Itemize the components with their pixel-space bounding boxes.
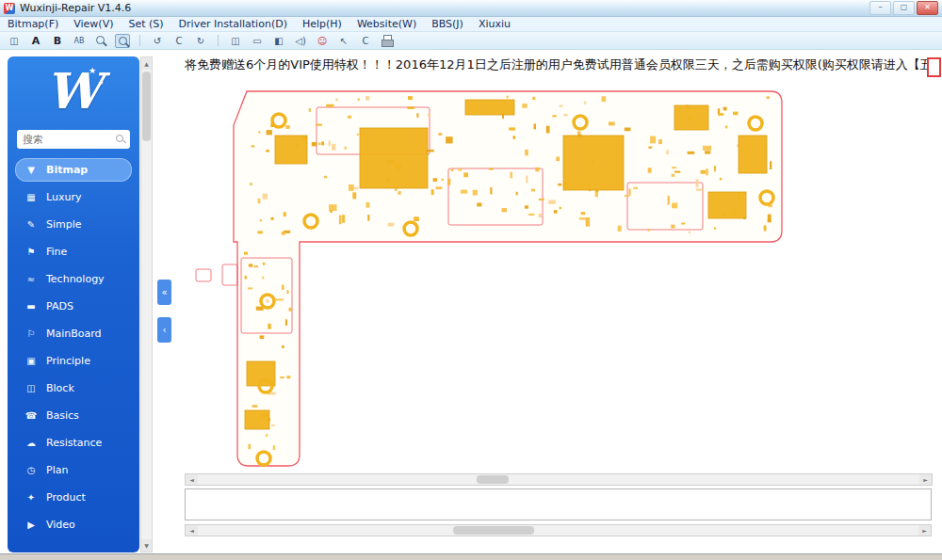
zoom-region-icon[interactable] [115, 34, 130, 48]
app-window: W Wuxinji-Repair V1.4.6 – ▢ ✕ Bitmap(F) … [0, 0, 942, 554]
person-icon[interactable]: ☺ [315, 34, 330, 48]
technology-icon: ≈ [24, 274, 38, 284]
window-title: Wuxinji-Repair V1.4.6 [20, 2, 131, 14]
sidebar-item-technology[interactable]: ≈ Technology [15, 267, 132, 291]
sidebar-item-label: PADS [46, 300, 73, 312]
fine-icon: ⚑ [24, 247, 38, 257]
pads-icon: ▬ [24, 301, 38, 312]
video-icon: ▶ [24, 520, 38, 530]
plan-icon: ◷ [24, 465, 38, 475]
layer-toggle-icon[interactable]: ◧ [271, 34, 286, 48]
app-icon: W [4, 3, 15, 14]
luxury-icon: ▦ [24, 192, 38, 202]
window-controls: – ▢ ✕ [869, 1, 938, 15]
sidebar-item-label: Bitmap [46, 164, 88, 176]
collapse-sidebar-button[interactable]: « [157, 280, 171, 305]
vip-notice: 将免费赠送6个月的VIP使用特权！！！2016年12月1日之后注册的用户免费试用… [185, 56, 929, 75]
scroll-down-arrow[interactable]: ▼ [141, 539, 152, 552]
sidebar-item-label: Resistance [46, 437, 102, 449]
scroll-left-arrow[interactable]: ◄ [186, 474, 198, 485]
app-logo: W ★ ★ [8, 56, 139, 128]
sidebar-item-label: Technology [46, 273, 105, 285]
scroll-right-arrow[interactable]: ► [918, 525, 931, 536]
sidebar-item-bitmap[interactable]: ▼ Bitmap [15, 158, 132, 182]
sidebar-item-label: Fine [46, 246, 67, 258]
minimize-button[interactable]: – [869, 1, 891, 15]
sidebar-item-principle[interactable]: ▣ Principle [15, 349, 132, 373]
resistance-icon: ☁ [24, 438, 38, 448]
reload-icon[interactable]: C [358, 34, 373, 48]
sidebar-item-luxury[interactable]: ▦ Luxury [15, 185, 132, 209]
rotate-left-icon[interactable]: ↺ [150, 34, 165, 48]
sidebar-item-pads[interactable]: ▬ PADS [15, 295, 132, 318]
product-icon: ✦ [24, 492, 38, 503]
pointer-icon[interactable]: ↖ [336, 34, 351, 48]
sidebar-item-label: Principle [46, 355, 90, 367]
maximize-button[interactable]: ▢ [893, 1, 915, 15]
basics-icon: ☎ [24, 410, 38, 421]
close-button[interactable]: ✕ [917, 1, 938, 15]
scroll-thumb[interactable] [477, 475, 509, 484]
menu-driver-installation[interactable]: Driver Installation(D) [179, 18, 287, 30]
sidebar-item-video[interactable]: ▶ Video [15, 513, 132, 536]
sidebar-item-label: Product [46, 491, 86, 504]
sidebar-item-plan[interactable]: ◷ Plan [15, 458, 132, 482]
frames-icon[interactable]: ◫ [228, 34, 243, 48]
sidebar-item-block[interactable]: ◫ Block [15, 376, 132, 400]
rotate-right-icon[interactable]: ↻ [193, 34, 208, 48]
logo-star-icon: ★ [98, 79, 104, 87]
rotate-center-icon[interactable]: C [171, 34, 187, 48]
sidebar-item-label: Block [46, 382, 74, 394]
text-a-icon[interactable]: A [28, 34, 43, 48]
sidebar-scrollbar[interactable]: ▲ ▼ [140, 56, 153, 552]
toolbar: ◫ A B AB ↺ C ↻ ◫ ▭ ◧ ◁) ☺ ↖ C [0, 32, 942, 50]
scroll-right-arrow[interactable]: ► [919, 474, 932, 485]
ruler-icon[interactable]: ▭ [250, 34, 265, 48]
sidebar-item-resistance[interactable]: ☁ Resistance [15, 431, 132, 455]
toolbar-separator [218, 35, 219, 46]
simple-icon: ✎ [24, 219, 38, 230]
search-icon[interactable] [115, 134, 126, 145]
sidebar-item-label: MainBoard [46, 328, 102, 340]
pcb-svg [185, 79, 933, 472]
menu-view[interactable]: View(V) [73, 18, 113, 30]
logo-star-icon: ★ [89, 66, 96, 75]
bottom-hscrollbar[interactable]: ◄ ► [185, 524, 932, 536]
menu-xiuxiu[interactable]: Xiuxiu [479, 18, 511, 30]
pcb-viewport[interactable] [185, 79, 933, 472]
block-icon: ◫ [24, 383, 38, 393]
sidebar-item-fine[interactable]: ⚑ Fine [15, 240, 132, 264]
scroll-up-arrow[interactable]: ▲ [141, 57, 152, 70]
menu-bitmap[interactable]: Bitmap(F) [8, 18, 58, 30]
sidebar-item-product[interactable]: ✦ Product [15, 486, 132, 509]
menu-bbs[interactable]: BBS(J) [431, 18, 463, 30]
sidebar-item-basics[interactable]: ☎ Basics [15, 404, 132, 427]
sidebar-item-mainboard[interactable]: ⚐ MainBoard [15, 322, 132, 345]
notice-highlight-box [927, 57, 941, 77]
scroll-left-arrow[interactable]: ◄ [186, 525, 198, 536]
content-hscrollbar[interactable]: ◄ ► [185, 473, 933, 486]
text-ab-icon[interactable]: AB [72, 34, 87, 48]
menu-set[interactable]: Set (S) [128, 18, 163, 30]
sidebar-item-label: Plan [46, 464, 68, 476]
titlebar: W Wuxinji-Repair V1.4.6 – ▢ ✕ [0, 0, 942, 17]
mainboard-icon: ⚐ [24, 328, 38, 339]
speaker-icon[interactable]: ◁) [293, 34, 308, 48]
collapse-panel-button[interactable]: ‹ [157, 317, 171, 343]
text-b-icon[interactable]: B [50, 34, 65, 48]
search-input[interactable] [21, 133, 115, 147]
bottom-panel [185, 488, 932, 520]
principle-icon: ▣ [24, 356, 38, 366]
menu-help[interactable]: Help(H) [302, 18, 342, 30]
zoom-icon[interactable] [93, 34, 108, 48]
menu-website[interactable]: Website(W) [357, 18, 416, 30]
print-icon[interactable] [380, 34, 396, 48]
sidebar-item-label: Video [46, 519, 75, 531]
scroll-thumb[interactable] [142, 72, 151, 141]
sidebar-search [17, 130, 130, 149]
sidebar-item-simple[interactable]: ✎ Simple [15, 213, 132, 236]
sidebar-menu: ▼ Bitmap ▦ Luxury ✎ Simple ⚑ Fine ≈ Tech… [8, 154, 139, 552]
sidebar-item-label: Simple [46, 218, 82, 231]
pages-icon[interactable]: ◫ [7, 34, 22, 48]
scroll-thumb[interactable] [453, 526, 534, 535]
